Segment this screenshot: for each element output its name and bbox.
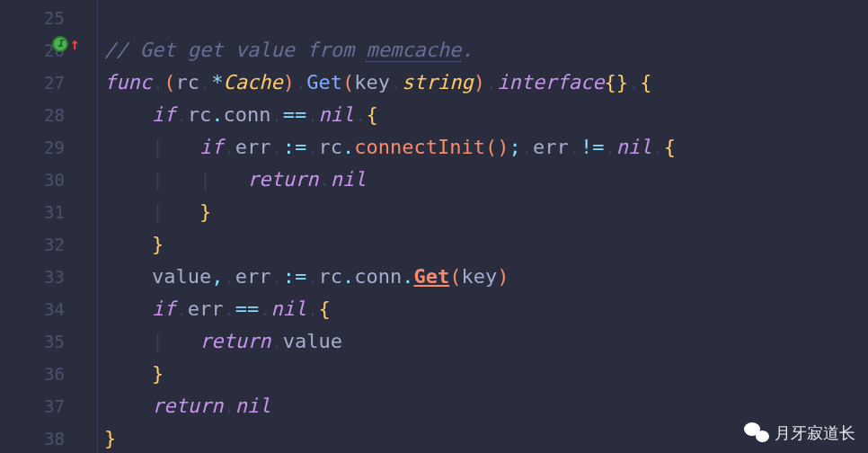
line-number: 32 xyxy=(0,228,90,261)
code-line[interactable]: | if.err.:=.rc.connectInit();.err.!=.nil… xyxy=(90,131,868,164)
gutter: 25 26 27 28 29 30 31 32 33 34 35 36 37 3… xyxy=(0,0,90,453)
code-line[interactable]: func.(rc.*Cache).Get(key.string).interfa… xyxy=(90,67,868,99)
line-number: 34 xyxy=(0,293,90,325)
line-number: 28 xyxy=(0,99,90,131)
override-arrow-icon[interactable]: ↑ xyxy=(70,34,80,53)
line-number: 25 xyxy=(0,2,90,34)
code-line[interactable]: | | return.nil xyxy=(90,164,868,196)
line-number: 29 xyxy=(0,131,90,164)
code-line[interactable] xyxy=(90,2,868,34)
wechat-icon xyxy=(744,422,769,444)
code-area[interactable]: // Get get value from memcache. func.(rc… xyxy=(90,0,868,453)
code-line[interactable]: return.nil xyxy=(90,390,868,422)
line-number: 36 xyxy=(0,358,90,390)
line-number: 37 xyxy=(0,390,90,422)
code-line[interactable]: value,.err.:=.rc.conn.Get(key) xyxy=(90,261,868,293)
code-line[interactable]: | } xyxy=(90,196,868,228)
line-number: 31 xyxy=(0,196,90,228)
watermark-text: 月牙寂道长 xyxy=(775,422,855,444)
line-number: 35 xyxy=(0,325,90,358)
line-number: 27 xyxy=(0,67,90,99)
code-editor[interactable]: 25 26 27 28 29 30 31 32 33 34 35 36 37 3… xyxy=(0,0,868,453)
code-line[interactable]: | return.value xyxy=(90,325,868,358)
code-line[interactable]: // Get get value from memcache. xyxy=(90,34,868,67)
code-line[interactable]: } xyxy=(90,358,868,390)
line-number: 30 xyxy=(0,164,90,196)
line-number: 38 xyxy=(0,422,90,453)
line-number: 33 xyxy=(0,261,90,293)
gutter-marker[interactable]: I ↑ xyxy=(52,34,80,53)
code-line[interactable]: if.rc.conn.==.nil.{ xyxy=(90,99,868,131)
watermark: 月牙寂道长 xyxy=(744,422,855,444)
implements-icon[interactable]: I xyxy=(52,36,68,52)
code-line[interactable]: if.err.==.nil.{ xyxy=(90,293,868,325)
code-line[interactable]: } xyxy=(90,228,868,261)
